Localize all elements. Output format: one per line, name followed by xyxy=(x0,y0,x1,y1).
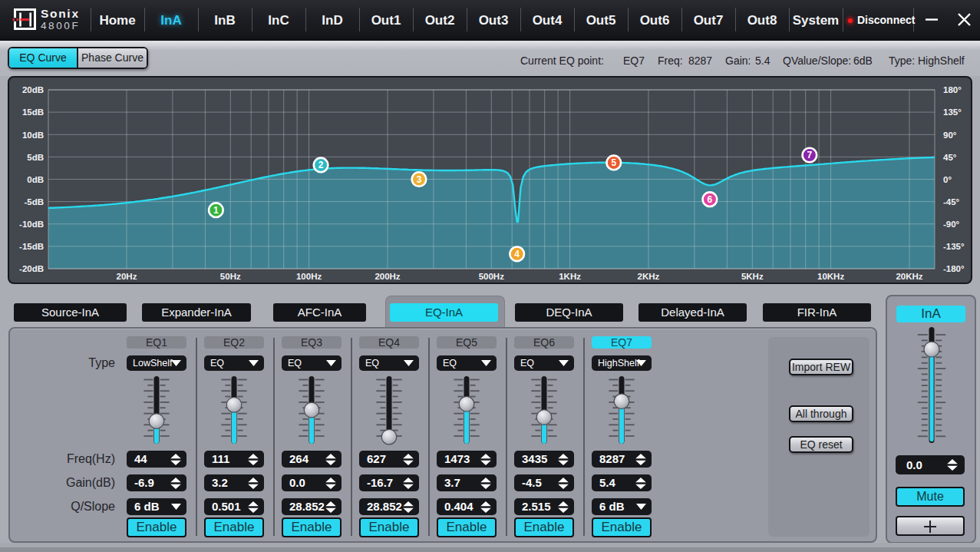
svg-text:-15dB: -15dB xyxy=(19,242,44,251)
svg-text:90°: 90° xyxy=(943,131,957,140)
svg-text:180°: 180° xyxy=(943,85,962,94)
svg-text:20Hz: 20Hz xyxy=(117,272,137,281)
svg-text:-10dB: -10dB xyxy=(19,220,44,229)
svg-text:0dB: 0dB xyxy=(27,175,44,184)
svg-text:2KHz: 2KHz xyxy=(638,272,660,281)
svg-text:2: 2 xyxy=(318,160,324,170)
svg-text:15dB: 15dB xyxy=(22,107,44,117)
svg-text:100Hz: 100Hz xyxy=(296,272,322,281)
svg-text:45°: 45° xyxy=(943,153,957,162)
svg-text:5: 5 xyxy=(611,157,616,168)
svg-text:6: 6 xyxy=(708,194,713,205)
svg-text:500Hz: 500Hz xyxy=(479,272,504,281)
svg-text:20dB: 20dB xyxy=(22,85,44,94)
svg-text:-20dB: -20dB xyxy=(19,264,44,273)
svg-text:200Hz: 200Hz xyxy=(375,272,400,281)
svg-text:-180°: -180° xyxy=(943,264,965,273)
svg-text:-90°: -90° xyxy=(943,220,960,229)
svg-text:50Hz: 50Hz xyxy=(220,272,241,281)
svg-text:1KHz: 1KHz xyxy=(559,272,581,281)
svg-text:0°: 0° xyxy=(943,175,952,184)
svg-text:7: 7 xyxy=(807,150,813,160)
svg-text:5KHz: 5KHz xyxy=(741,272,764,281)
svg-text:10KHz: 10KHz xyxy=(817,272,844,281)
svg-text:-5dB: -5dB xyxy=(24,197,44,207)
svg-text:5dB: 5dB xyxy=(27,153,44,162)
svg-text:3: 3 xyxy=(417,174,422,185)
svg-text:135°: 135° xyxy=(943,107,962,117)
svg-text:20KHz: 20KHz xyxy=(896,272,922,281)
svg-text:4: 4 xyxy=(514,249,520,259)
svg-text:-45°: -45° xyxy=(943,197,960,207)
svg-text:10dB: 10dB xyxy=(22,131,44,140)
svg-text:1: 1 xyxy=(213,205,219,216)
svg-text:-135°: -135° xyxy=(943,242,965,251)
